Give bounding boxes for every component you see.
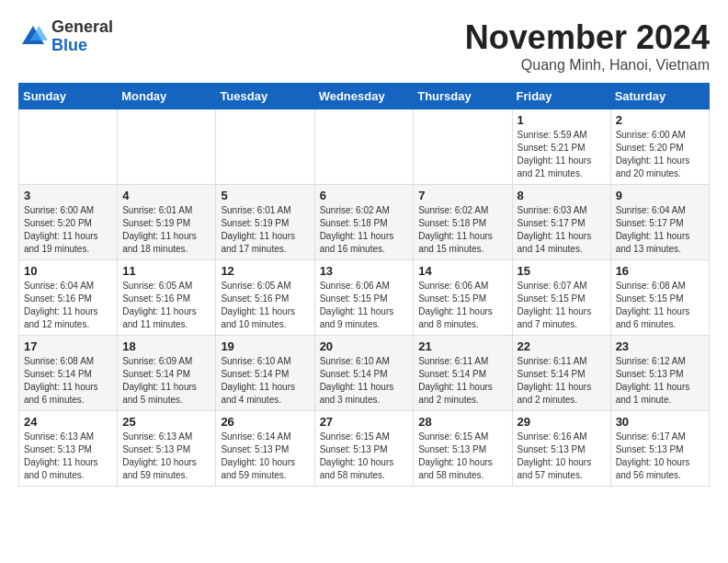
- day-number: 8: [518, 189, 606, 202]
- weekday-header: Wednesday: [314, 84, 414, 109]
- title-area: November 2024 Quang Minh, Hanoi, Vietnam: [465, 18, 710, 74]
- header: General Blue November 2024 Quang Minh, H…: [18, 18, 710, 74]
- day-info: Sunrise: 6:11 AMSunset: 5:14 PMDaylight:…: [518, 355, 606, 407]
- calendar-day-cell: [19, 109, 118, 185]
- calendar-day-cell: 14Sunrise: 6:06 AMSunset: 5:15 PMDayligh…: [414, 260, 512, 336]
- day-info: Sunrise: 6:00 AMSunset: 5:20 PMDaylight:…: [24, 204, 112, 256]
- day-info: Sunrise: 6:02 AMSunset: 5:18 PMDaylight:…: [320, 204, 409, 256]
- day-number: 1: [518, 113, 606, 127]
- day-number: 19: [221, 339, 309, 353]
- day-info: Sunrise: 6:12 AMSunset: 5:13 PMDaylight:…: [616, 355, 704, 407]
- day-number: 9: [616, 189, 704, 202]
- calendar-day-cell: 10Sunrise: 6:04 AMSunset: 5:16 PMDayligh…: [19, 260, 118, 336]
- day-number: 30: [616, 415, 704, 429]
- calendar-day-cell: [414, 109, 512, 185]
- day-number: 22: [518, 339, 606, 353]
- weekday-header: Friday: [512, 84, 610, 109]
- day-number: 2: [616, 113, 704, 127]
- day-info: Sunrise: 6:02 AMSunset: 5:18 PMDaylight:…: [418, 204, 506, 256]
- logo: General Blue: [18, 18, 113, 55]
- day-number: 7: [418, 189, 506, 202]
- day-info: Sunrise: 5:59 AMSunset: 5:21 PMDaylight:…: [518, 129, 606, 180]
- day-info: Sunrise: 6:06 AMSunset: 5:15 PMDaylight:…: [418, 280, 506, 331]
- day-info: Sunrise: 6:00 AMSunset: 5:20 PMDaylight:…: [616, 129, 704, 180]
- month-title: November 2024: [465, 18, 710, 57]
- weekday-header: Tuesday: [216, 84, 314, 109]
- day-info: Sunrise: 6:04 AMSunset: 5:17 PMDaylight:…: [616, 204, 704, 256]
- calendar-day-cell: 12Sunrise: 6:05 AMSunset: 5:16 PMDayligh…: [216, 260, 314, 336]
- day-number: 4: [122, 189, 210, 202]
- day-info: Sunrise: 6:10 AMSunset: 5:14 PMDaylight:…: [320, 355, 409, 407]
- day-number: 17: [24, 339, 112, 353]
- calendar-day-cell: 1Sunrise: 5:59 AMSunset: 5:21 PMDaylight…: [512, 109, 610, 185]
- day-number: 16: [616, 264, 704, 278]
- calendar-day-cell: 8Sunrise: 6:03 AMSunset: 5:17 PMDaylight…: [512, 185, 610, 260]
- calendar-week-row: 10Sunrise: 6:04 AMSunset: 5:16 PMDayligh…: [19, 260, 710, 336]
- calendar-day-cell: 23Sunrise: 6:12 AMSunset: 5:13 PMDayligh…: [610, 336, 709, 411]
- logo-general: General: [51, 17, 113, 36]
- day-number: 18: [122, 339, 210, 353]
- day-number: 24: [24, 415, 112, 429]
- weekday-header: Thursday: [414, 84, 512, 109]
- day-info: Sunrise: 6:13 AMSunset: 5:13 PMDaylight:…: [122, 431, 210, 482]
- day-info: Sunrise: 6:07 AMSunset: 5:15 PMDaylight:…: [518, 280, 606, 331]
- day-info: Sunrise: 6:16 AMSunset: 5:13 PMDaylight:…: [518, 431, 606, 482]
- calendar-day-cell: 5Sunrise: 6:01 AMSunset: 5:19 PMDaylight…: [216, 185, 314, 260]
- calendar-day-cell: 17Sunrise: 6:08 AMSunset: 5:14 PMDayligh…: [19, 336, 118, 411]
- calendar-week-row: 1Sunrise: 5:59 AMSunset: 5:21 PMDaylight…: [19, 109, 710, 185]
- day-number: 29: [518, 415, 606, 429]
- calendar-day-cell: 11Sunrise: 6:05 AMSunset: 5:16 PMDayligh…: [118, 260, 216, 336]
- logo-icon: [18, 22, 48, 52]
- day-info: Sunrise: 6:17 AMSunset: 5:13 PMDaylight:…: [616, 431, 704, 482]
- calendar-day-cell: 4Sunrise: 6:01 AMSunset: 5:19 PMDaylight…: [118, 185, 216, 260]
- day-info: Sunrise: 6:09 AMSunset: 5:14 PMDaylight:…: [122, 355, 210, 407]
- calendar-day-cell: 3Sunrise: 6:00 AMSunset: 5:20 PMDaylight…: [19, 185, 118, 260]
- calendar-day-cell: 21Sunrise: 6:11 AMSunset: 5:14 PMDayligh…: [414, 336, 512, 411]
- day-number: 25: [122, 415, 210, 429]
- calendar-day-cell: 20Sunrise: 6:10 AMSunset: 5:14 PMDayligh…: [314, 336, 414, 411]
- day-info: Sunrise: 6:08 AMSunset: 5:15 PMDaylight:…: [616, 280, 704, 331]
- calendar-day-cell: 7Sunrise: 6:02 AMSunset: 5:18 PMDaylight…: [414, 185, 512, 260]
- weekday-header: Saturday: [610, 84, 709, 109]
- day-info: Sunrise: 6:10 AMSunset: 5:14 PMDaylight:…: [221, 355, 309, 407]
- day-number: 3: [24, 189, 112, 202]
- calendar-day-cell: 28Sunrise: 6:15 AMSunset: 5:13 PMDayligh…: [414, 411, 512, 487]
- day-info: Sunrise: 6:03 AMSunset: 5:17 PMDaylight:…: [518, 204, 606, 256]
- calendar-day-cell: 6Sunrise: 6:02 AMSunset: 5:18 PMDaylight…: [314, 185, 414, 260]
- day-number: 5: [221, 189, 309, 202]
- calendar-day-cell: [118, 109, 216, 185]
- day-info: Sunrise: 6:05 AMSunset: 5:16 PMDaylight:…: [221, 280, 309, 331]
- calendar-day-cell: 24Sunrise: 6:13 AMSunset: 5:13 PMDayligh…: [19, 411, 118, 487]
- day-info: Sunrise: 6:04 AMSunset: 5:16 PMDaylight:…: [24, 280, 112, 331]
- weekday-header: Sunday: [19, 84, 118, 109]
- day-info: Sunrise: 6:13 AMSunset: 5:13 PMDaylight:…: [24, 431, 112, 482]
- day-number: 21: [418, 339, 506, 353]
- calendar-day-cell: 30Sunrise: 6:17 AMSunset: 5:13 PMDayligh…: [610, 411, 709, 487]
- calendar-week-row: 24Sunrise: 6:13 AMSunset: 5:13 PMDayligh…: [19, 411, 710, 487]
- day-info: Sunrise: 6:15 AMSunset: 5:13 PMDaylight:…: [320, 431, 409, 482]
- calendar-day-cell: 2Sunrise: 6:00 AMSunset: 5:20 PMDaylight…: [610, 109, 709, 185]
- day-number: 13: [320, 264, 409, 278]
- calendar-day-cell: 26Sunrise: 6:14 AMSunset: 5:13 PMDayligh…: [216, 411, 314, 487]
- day-number: 20: [320, 339, 409, 353]
- day-info: Sunrise: 6:06 AMSunset: 5:15 PMDaylight:…: [320, 280, 409, 331]
- day-info: Sunrise: 6:08 AMSunset: 5:14 PMDaylight:…: [24, 355, 112, 407]
- day-info: Sunrise: 6:01 AMSunset: 5:19 PMDaylight:…: [221, 204, 309, 256]
- day-number: 23: [616, 339, 704, 353]
- calendar-day-cell: 15Sunrise: 6:07 AMSunset: 5:15 PMDayligh…: [512, 260, 610, 336]
- calendar-week-row: 3Sunrise: 6:00 AMSunset: 5:20 PMDaylight…: [19, 185, 710, 260]
- day-info: Sunrise: 6:11 AMSunset: 5:14 PMDaylight:…: [418, 355, 506, 407]
- calendar: SundayMondayTuesdayWednesdayThursdayFrid…: [18, 83, 710, 487]
- day-info: Sunrise: 6:15 AMSunset: 5:13 PMDaylight:…: [418, 431, 506, 482]
- calendar-day-cell: 19Sunrise: 6:10 AMSunset: 5:14 PMDayligh…: [216, 336, 314, 411]
- day-number: 26: [221, 415, 309, 429]
- day-number: 27: [320, 415, 409, 429]
- calendar-day-cell: [314, 109, 414, 185]
- day-number: 12: [221, 264, 309, 278]
- day-number: 11: [122, 264, 210, 278]
- calendar-week-row: 17Sunrise: 6:08 AMSunset: 5:14 PMDayligh…: [19, 336, 710, 411]
- weekday-header: Monday: [118, 84, 216, 109]
- day-info: Sunrise: 6:01 AMSunset: 5:19 PMDaylight:…: [122, 204, 210, 256]
- calendar-day-cell: 18Sunrise: 6:09 AMSunset: 5:14 PMDayligh…: [118, 336, 216, 411]
- calendar-day-cell: 16Sunrise: 6:08 AMSunset: 5:15 PMDayligh…: [610, 260, 709, 336]
